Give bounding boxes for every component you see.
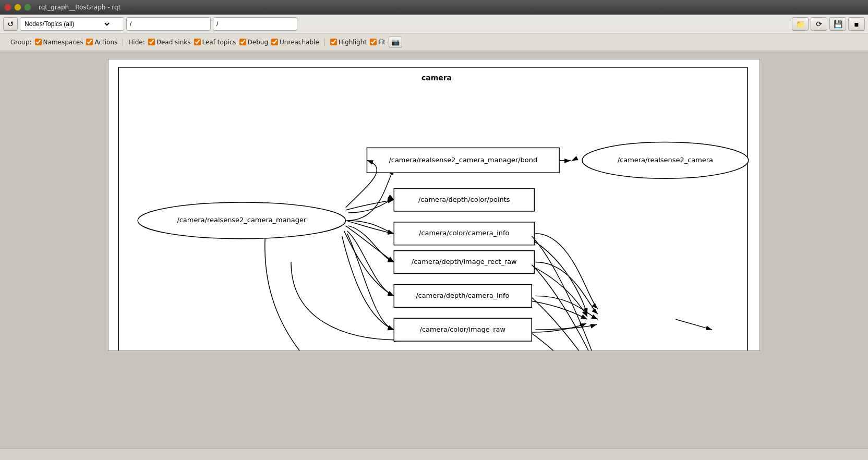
node-camera-manager-label: /camera/realsense2_camera_manager [177,216,307,224]
filter1-box[interactable] [126,17,211,31]
actions-label: Actions [94,39,117,46]
node-depth-color-points-label: /camera/depth/color/points [418,196,510,203]
actions-option: Actions [86,39,117,46]
fit-option: Fit [370,39,385,46]
dead-sinks-option: Dead sinks [148,39,191,46]
node-depth-camera-info-label: /camera/depth/camera_info [416,292,509,299]
hide-options: Hide: Dead sinks Leaf topics Debug Unrea… [123,39,324,46]
highlight-label: Highlight [339,39,367,46]
screenshot-button[interactable]: 📷 [389,37,402,48]
actions-checkbox[interactable] [86,39,93,45]
hide-label: Hide: [128,39,144,46]
leaf-topics-label: Leaf topics [202,39,236,46]
dead-sinks-checkbox[interactable] [148,39,155,45]
leaf-topics-option: Leaf topics [194,39,236,46]
minimize-button[interactable] [14,4,21,11]
close-button[interactable] [4,4,11,11]
group-options: Group: Namespaces Actions [5,39,123,46]
namespaces-checkbox[interactable] [35,39,42,45]
topic-select[interactable]: Nodes/Topics (all) Nodes only Topics onl… [22,20,111,28]
graph-svg: camera [108,59,760,350]
maximize-button[interactable] [24,4,31,11]
settings-button[interactable]: ▪ [848,17,865,31]
debug-label: Debug [248,39,268,46]
filter2-input[interactable] [213,20,297,28]
options-bar: Group: Namespaces Actions Hide: Dead sin… [0,33,868,51]
titlebar: rqt_graph__RosGraph - rqt [0,0,868,15]
fit-checkbox[interactable] [370,39,377,45]
back-button[interactable]: ↺ [3,17,18,31]
group-label: Group: [10,39,32,46]
reload-button[interactable]: ⟳ [811,17,827,31]
topic-combo[interactable]: Nodes/Topics (all) Nodes only Topics onl… [20,17,124,31]
node-realsense2-camera-label: /camera/realsense2_camera [618,156,713,164]
open-button[interactable]: 📁 [792,17,809,31]
namespaces-label: Namespaces [43,39,83,46]
view-options: Highlight Fit 📷 [325,37,407,48]
debug-checkbox[interactable] [239,39,246,45]
namespaces-option: Namespaces [35,39,83,46]
main-area: camera [0,51,868,449]
highlight-checkbox[interactable] [330,39,337,45]
statusbar [0,449,868,460]
window-title: rqt_graph__RosGraph - rqt [39,4,120,11]
highlight-option: Highlight [330,39,367,46]
camera-group-label: camera [421,74,452,82]
node-color-image-raw-label: /camera/color/image_raw [420,325,506,333]
leaf-topics-checkbox[interactable] [194,39,201,45]
node-color-camera-info-label: /camera/color/camera_info [419,229,509,237]
filter2-box[interactable] [213,17,297,31]
unreachable-checkbox[interactable] [271,39,278,45]
filter1-input[interactable] [127,20,210,28]
fit-label: Fit [378,39,385,46]
debug-option: Debug [239,39,268,46]
unreachable-label: Unreachable [280,39,319,46]
toolbar-right: 📁 ⟳ 💾 ▪ [792,17,865,31]
window-controls [4,4,31,11]
node-depth-image-rect-raw-label: /camera/depth/image_rect_raw [412,258,517,265]
save-button[interactable]: 💾 [829,17,846,31]
toolbar: ↺ Nodes/Topics (all) Nodes only Topics o… [0,15,868,33]
graph-canvas[interactable]: camera [108,59,760,351]
node-bond-label: /camera/realsense2_camera_manager/bond [389,156,537,164]
unreachable-option: Unreachable [271,39,319,46]
dead-sinks-label: Dead sinks [156,39,191,46]
